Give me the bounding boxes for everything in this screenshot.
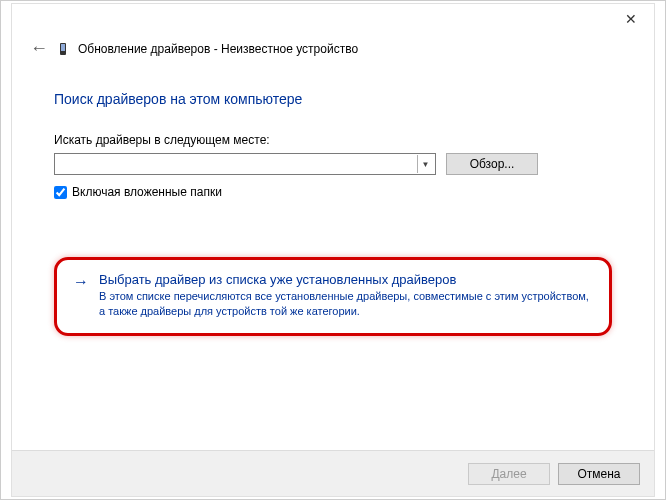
dialog-footer: Далее Отмена (12, 450, 654, 496)
titlebar: ✕ (12, 4, 654, 34)
chevron-down-icon[interactable]: ▼ (417, 155, 433, 173)
search-path-label: Искать драйверы в следующем месте: (54, 133, 612, 147)
browse-button[interactable]: Обзор... (446, 153, 538, 175)
pick-from-list-option[interactable]: → Выбрать драйвер из списка уже установл… (54, 257, 612, 336)
pick-from-list-title: Выбрать драйвер из списка уже установлен… (99, 272, 589, 287)
include-subfolders-checkbox[interactable]: Включая вложенные папки (54, 185, 612, 199)
dialog-title: Обновление драйверов - Неизвестное устро… (78, 42, 358, 56)
next-button: Далее (468, 463, 550, 485)
svg-rect-1 (61, 44, 65, 51)
content-area: Поиск драйверов на этом компьютере Искат… (12, 73, 654, 336)
device-icon (58, 42, 68, 56)
pick-from-list-subtitle: В этом списке перечисляются все установл… (99, 289, 589, 319)
page-title: Поиск драйверов на этом компьютере (54, 91, 612, 107)
close-icon[interactable]: ✕ (616, 11, 646, 27)
driver-update-dialog: ✕ ← Обновление драйверов - Неизвестное у… (11, 3, 655, 497)
search-path-combobox[interactable]: ▼ (54, 153, 436, 175)
include-subfolders-label: Включая вложенные папки (72, 185, 222, 199)
dialog-header: ← Обновление драйверов - Неизвестное уст… (12, 34, 654, 73)
arrow-right-icon: → (73, 273, 89, 291)
include-subfolders-input[interactable] (54, 186, 67, 199)
back-arrow-icon[interactable]: ← (30, 38, 48, 59)
cancel-button[interactable]: Отмена (558, 463, 640, 485)
